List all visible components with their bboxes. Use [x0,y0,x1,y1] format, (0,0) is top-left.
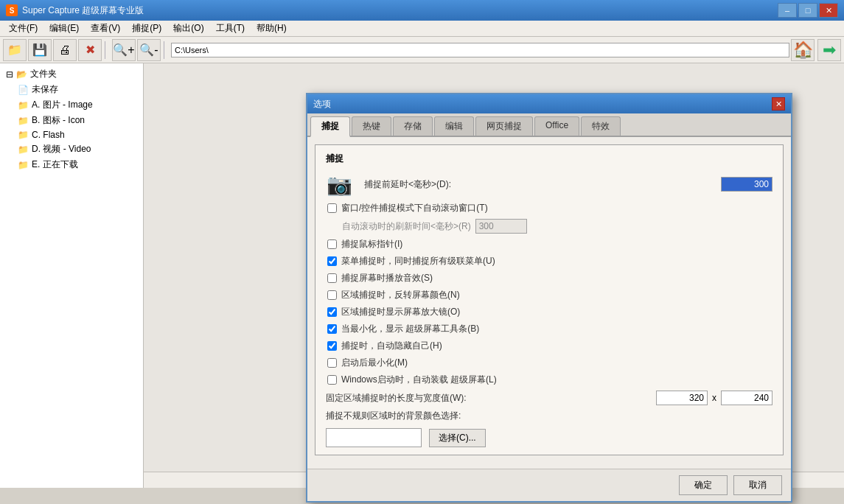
windows-startup-label: Windows启动时，自动装载 超级屏幕(L) [341,374,497,386]
options-dialog: 选项 ✕ 捕捉 热键 存储 编辑 网页捕捉 Office 特效 捕捉 [306,93,792,503]
app-title: Super Capture 超级屏幕专业版 [22,4,778,17]
fixed-x-label: x [712,393,716,403]
auto-hide-label: 捕捉时，自动隐藏自己(H) [341,340,442,352]
minimize-button[interactable]: – [778,3,797,18]
toolbar-separator-2 [164,41,168,59]
startup-minimize-checkbox[interactable] [327,358,337,368]
folder-unsaved-icon: 📄 [18,85,29,95]
cancel-button[interactable]: 取消 [733,475,782,495]
sidebar-root-label: 文件夹 [30,68,57,80]
menu-file[interactable]: 文件(F) [3,21,43,36]
invert-color-checkbox[interactable] [327,290,337,300]
capture-delay-input[interactable] [721,177,772,192]
menu-help[interactable]: 帮助(H) [251,21,293,36]
folder-flash-icon: 📁 [18,130,29,140]
tab-capture[interactable]: 捕捉 [310,116,350,137]
title-bar: S Super Capture 超级屏幕专业版 – □ ✕ [0,0,844,21]
window-controls: – □ ✕ [778,3,838,18]
bg-color-label: 捕捉不规则区域时的背景颜色选择: [326,410,772,422]
tab-office[interactable]: Office [534,116,579,136]
sidebar-item-image[interactable]: 📁 A. 图片 - Image [15,97,140,113]
toolbar-checkbox[interactable] [327,324,337,334]
tab-hotkey[interactable]: 热键 [352,116,391,136]
right-pane: 安下载xz.com 选项 ✕ 捕捉 热键 存储 编辑 网页捕捉 Office 特… [144,63,844,488]
capture-sound-checkbox[interactable] [327,273,337,283]
auto-scroll-refresh-label: 自动滚动时的刷新时间<毫秒>(R) [342,220,471,233]
auto-scroll-refresh-input[interactable] [475,219,527,234]
menu-capture[interactable]: 捕捉(P) [126,21,167,36]
sidebar-item-unsaved[interactable]: 📄 未保存 [15,82,140,97]
fixed-size-label: 固定区域捕捉时的长度与宽度值(W): [326,392,652,405]
zoom-out-tool-btn[interactable]: 🔍- [137,39,161,61]
tab-bar: 捕捉 热键 存储 编辑 网页捕捉 Office 特效 [307,113,791,137]
folder-downloading-icon: 📁 [18,160,29,170]
auto-scroll-row: 窗口/控件捕捉模式下自动滚动窗口(T) [326,202,772,214]
color-select-button[interactable]: 选择(C)... [429,429,486,447]
dialog-close-button[interactable]: ✕ [772,97,785,111]
toolbar-row: 当最小化，显示 超级屏幕工具条(B) [326,323,772,335]
sidebar-item-downloading[interactable]: 📁 E. 正在下载 [15,157,140,172]
sidebar-root[interactable]: ⊟ 📂 文件夹 [3,66,140,82]
go-tool-btn[interactable]: ➡ [817,39,841,61]
auto-scroll-checkbox[interactable] [327,203,337,213]
windows-startup-checkbox[interactable] [327,375,337,385]
maximize-button[interactable]: □ [798,3,817,18]
fixed-width-input[interactable] [656,391,708,405]
menu-tools[interactable]: 工具(T) [210,21,251,36]
auto-scroll-label: 窗口/控件捕捉模式下自动滚动窗口(T) [341,202,488,214]
startup-minimize-row: 启动后最小化(M) [326,357,772,369]
bg-color-row: 选择(C)... [326,428,772,447]
capture-delay-row: 📷 捕捉前延时<毫秒>(D): [326,171,772,197]
capture-cursor-checkbox[interactable] [327,239,337,249]
dialog-overlay: 选项 ✕ 捕捉 热键 存储 编辑 网页捕捉 Office 特效 捕捉 [144,63,844,488]
capture-menu-label: 菜单捕捉时，同时捕捉所有级联菜单(U) [341,255,495,267]
camera-icon: 📷 [326,171,352,197]
main-layout: ⊟ 📂 文件夹 📄 未保存 📁 A. 图片 - Image 📁 B. 图标 - … [0,63,844,488]
address-bar[interactable]: C:\Users\ [171,43,789,57]
close-button[interactable]: ✕ [819,3,838,18]
folder-tool-btn[interactable]: 📁 [3,39,27,61]
toolbar-separator-1 [105,41,109,59]
dialog-body: 捕捉 📷 捕捉前延时<毫秒>(D): 窗口/控件捕捉模式下自动滚动窗口(T) [307,137,791,469]
invert-color-label: 区域捕捉时，反转屏幕颜色(N) [341,289,460,301]
capture-menu-row: 菜单捕捉时，同时捕捉所有级联菜单(U) [326,255,772,267]
magnifier-checkbox[interactable] [327,307,337,317]
auto-hide-checkbox[interactable] [327,341,337,351]
folder-icon-icon: 📁 [18,116,29,126]
startup-minimize-label: 启动后最小化(M) [341,357,408,369]
capture-cursor-label: 捕捉鼠标指针(I) [341,238,402,251]
menu-output[interactable]: 输出(O) [167,21,209,36]
sidebar-item-icon[interactable]: 📁 B. 图标 - Icon [15,113,140,128]
dialog-footer: 确定 取消 [307,469,791,501]
dialog-title-bar: 选项 ✕ [307,94,791,113]
magnifier-row: 区域捕捉时显示屏幕放大镜(O) [326,306,772,318]
zoom-in-tool-btn[interactable]: 🔍+ [112,39,136,61]
auto-scroll-refresh-row: 自动滚动时的刷新时间<毫秒>(R) [326,219,772,234]
save-tool-btn[interactable]: 💾 [28,39,52,61]
windows-startup-row: Windows启动时，自动装载 超级屏幕(L) [326,374,772,386]
tab-storage[interactable]: 存储 [393,116,433,136]
fixed-height-input[interactable] [721,391,772,405]
delete-tool-btn[interactable]: ✖ [78,39,102,61]
capture-delay-label: 捕捉前延时<毫秒>(D): [364,178,715,191]
magnifier-label: 区域捕捉时显示屏幕放大镜(O) [341,306,460,318]
tab-webcapture[interactable]: 网页捕捉 [475,116,533,136]
color-preview [326,428,422,447]
home-tool-btn[interactable]: 🏠 [791,39,815,61]
tab-edit[interactable]: 编辑 [434,116,474,136]
app-icon: S [6,4,18,16]
menu-view[interactable]: 查看(V) [85,21,126,36]
sidebar-item-video[interactable]: 📁 D. 视频 - Video [15,141,140,157]
ok-button[interactable]: 确定 [679,475,728,495]
sidebar: ⊟ 📂 文件夹 📄 未保存 📁 A. 图片 - Image 📁 B. 图标 - … [0,63,144,488]
folder-icon: 📂 [16,69,27,80]
collapse-icon: ⊟ [6,69,13,80]
tab-effects[interactable]: 特效 [581,116,621,136]
menu-edit[interactable]: 编辑(E) [43,21,85,36]
sidebar-item-flash[interactable]: 📁 C. Flash [15,128,140,141]
sidebar-items: 📄 未保存 📁 A. 图片 - Image 📁 B. 图标 - Icon 📁 C… [3,82,140,172]
print-tool-btn[interactable]: 🖨 [53,39,77,61]
auto-hide-row: 捕捉时，自动隐藏自己(H) [326,340,772,352]
forward-icon: ➡ [823,41,836,60]
capture-menu-checkbox[interactable] [327,256,337,266]
